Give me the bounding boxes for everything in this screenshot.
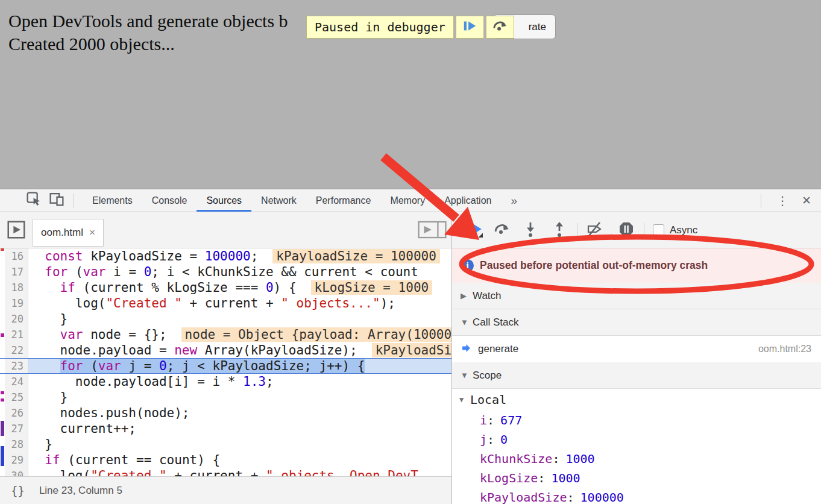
gutter-line-number[interactable]: 25 [0,389,28,405]
gutter-line-number[interactable]: 27 [0,421,28,436]
async-label[interactable]: Async [670,224,697,236]
code-line[interactable]: for (var j = 0; j < kPayloadSize; j++) { [28,359,451,373]
code-line[interactable]: node.payload = new Array(kPayloadSize);k… [28,342,451,358]
tab-application[interactable]: Application [435,189,501,212]
code-line[interactable]: current++; [28,421,451,436]
code-row: 29 if (current == count) { [0,452,451,468]
code-line[interactable]: var node = {};node = Object {payload: Ar… [28,327,451,342]
gutter-line-number[interactable]: 26 [0,405,28,421]
code-editor[interactable]: 16 const kPayloadSize = 100000;kPayloadS… [0,248,451,476]
deactivate-breakpoints-button[interactable] [586,221,604,239]
file-tab[interactable]: oom.html × [33,219,104,247]
code-line[interactable]: } [28,311,451,327]
step-over-icon [492,18,508,36]
code-line[interactable]: for (var i = 0; i < kChunkSize && curren… [28,264,451,280]
gutter-line-number[interactable]: 18 [0,280,28,295]
pause-on-exceptions-button[interactable] [617,221,635,239]
step-into-button[interactable] [521,221,539,239]
step-over-icon [493,221,510,240]
gutter-line-number[interactable]: 24 [0,374,28,389]
gutter-line-number[interactable]: 22 [0,342,28,358]
scope-section-header[interactable]: ▼ Scope [452,362,821,389]
tab-sources[interactable]: Sources [197,189,251,212]
resume-icon [466,221,483,240]
info-icon: i [461,259,474,272]
scope-local-row[interactable]: ▼ Local [452,389,821,411]
resume-icon [462,19,477,36]
debugger-sidebar-toggle-button[interactable] [418,221,447,239]
tab-elements[interactable]: Elements [83,189,142,212]
gutter-line-number[interactable]: 16 [0,248,28,264]
navigator-toggle-button[interactable] [7,221,25,239]
disclosure-expanded-icon: ▼ [459,395,470,404]
code-row: 30 log("Created " + current + " objects.… [0,468,451,476]
code-line[interactable]: } [28,436,451,452]
file-tab-name: oom.html [41,227,83,239]
tab-console[interactable]: Console [142,189,197,212]
var-colon: : [538,471,545,485]
code-line[interactable]: if (current == count) { [28,452,451,468]
file-tabbar: oom.html × [0,212,451,248]
current-frame-arrow-icon [462,344,471,355]
code-line[interactable]: if (current % kLogSize === 0) {kLogSize … [28,280,451,295]
more-tabs-button[interactable]: » [501,189,527,212]
inspect-element-button[interactable] [25,192,42,209]
kebab-menu-icon[interactable]: ⋮ [770,194,795,208]
pretty-print-icon[interactable]: {} [11,484,25,497]
gutter-line-number[interactable]: 30 [0,468,28,476]
overlay-resume-button[interactable] [456,16,484,39]
var-colon: : [552,452,559,466]
scope-content: ▼ Local i:677j:0kChunkSize:1000kLogSize:… [452,389,821,504]
toolbar-divider [74,194,74,208]
code-line[interactable]: nodes.push(node); [28,405,451,421]
code-line[interactable]: log("Created " + current + " objects. Op… [28,468,451,476]
scope-variable: kChunkSize:1000 [452,449,821,468]
device-toolbar-button[interactable] [48,192,65,209]
tab-performance[interactable]: Performance [306,189,381,212]
close-devtools-icon[interactable]: ✕ [795,194,821,207]
step-out-button[interactable] [550,221,568,239]
step-over-button[interactable] [492,221,511,239]
watch-title: Watch [473,290,502,302]
gutter-line-number[interactable]: 23 [0,359,28,373]
inline-value-hint: kPayloadSize = 100000 [372,343,451,358]
file-tab-close-icon[interactable]: × [89,227,95,239]
paused-overlay-label: Paused in debugger [306,16,454,39]
code-line[interactable]: node.payload[i] = i * 1.3; [28,374,451,389]
resume-button[interactable] [465,221,483,239]
watch-section-header[interactable]: ▶ Watch [452,283,821,309]
gutter-line-number[interactable]: 20 [0,311,28,327]
gutter-line-number[interactable]: 28 [0,436,28,452]
step-into-icon [522,221,539,240]
call-stack-list: generateoom.html:23 [452,336,821,362]
debugger-toolbar: Async [452,212,821,248]
code-row: 21 var node = {};node = Object {payload:… [0,327,451,342]
cursor-position: Line 23, Column 5 [39,485,122,497]
code-line[interactable]: log("Created " + current + " objects..."… [28,295,451,311]
var-value: 100000 [580,490,624,504]
code-row: 18 if (current % kLogSize === 0) {kLogSi… [0,280,451,295]
tab-network[interactable]: Network [251,189,306,212]
code-line[interactable]: } [28,389,451,405]
gutter-line-number[interactable]: 29 [0,452,28,468]
call-stack-frame[interactable]: generateoom.html:23 [452,336,821,362]
code-row: 27 current++; [0,421,451,436]
scope-variable: kPayloadSize:100000 [452,488,821,504]
call-stack-section-header[interactable]: ▼ Call Stack [452,309,821,336]
tab-memory[interactable]: Memory [380,189,435,212]
async-checkbox[interactable] [653,224,664,236]
execution-line: 23 for (var j = 0; j < kPayloadSize; j++… [0,358,451,374]
gutter-line-number[interactable]: 21 [0,327,28,342]
sources-split: oom.html × 16 const kPayloadSize = 10000… [0,212,821,504]
gutter-line-number[interactable]: 17 [0,264,28,280]
show-navigator-icon [7,230,25,241]
code-line[interactable]: const kPayloadSize = 100000;kPayloadSize… [28,248,451,264]
inline-value-hint: kPayloadSize = 100000 [272,249,440,263]
overlay-step-over-button[interactable] [486,16,514,39]
gutter-line-number[interactable]: 19 [0,295,28,311]
edge-mark [1,333,4,337]
inline-value-hint: kLogSize = 1000 [311,280,433,295]
edge-mark [1,446,4,466]
edge-mark [1,398,4,402]
frame-location: oom.html:23 [758,344,811,354]
